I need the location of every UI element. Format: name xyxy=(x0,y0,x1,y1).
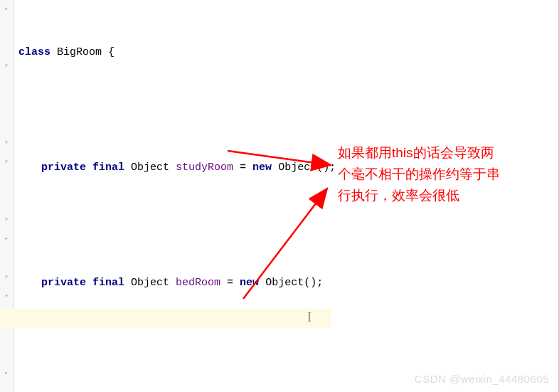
annotation-line-2: 个毫不相干的操作约等于串 xyxy=(338,164,500,185)
code-line: private final Object bedRoom = new Objec… xyxy=(18,273,336,292)
gutter-fold-icon: ▾ xyxy=(1,215,11,225)
watermark: CSDN @weixin_44480605 xyxy=(415,373,549,385)
code-line: public void sleep() { xyxy=(18,388,336,392)
gutter-fold-icon: ▸ xyxy=(1,4,11,14)
gutter-fold-icon: ▾ xyxy=(1,292,11,302)
gutter-fold-icon: ▸ xyxy=(1,234,11,244)
gutter-fold-icon: ▾ xyxy=(1,272,11,282)
gutter-fold-icon: ▸ xyxy=(1,369,11,378)
gutter-fold-icon: ▾ xyxy=(1,61,11,71)
gutter-fold-icon: ▾ xyxy=(1,138,11,148)
code-line: private final Object studyRoom = new Obj… xyxy=(18,158,336,177)
code-content: class BigRoom { private final Object stu… xyxy=(18,4,336,392)
gutter-fold-icon: ▾ xyxy=(1,157,11,167)
code-line: class BigRoom { xyxy=(18,43,336,62)
ibeam-cursor-icon: I xyxy=(307,310,312,325)
annotation-line-3: 行执行，效率会很低 xyxy=(338,185,459,206)
editor-gutter: ▸ ▾ ▾ ▾ ▾ ▸ ▾ ▾ ▸ xyxy=(0,0,14,392)
annotation-line-1: 如果都用this的话会导致两 xyxy=(338,142,494,164)
